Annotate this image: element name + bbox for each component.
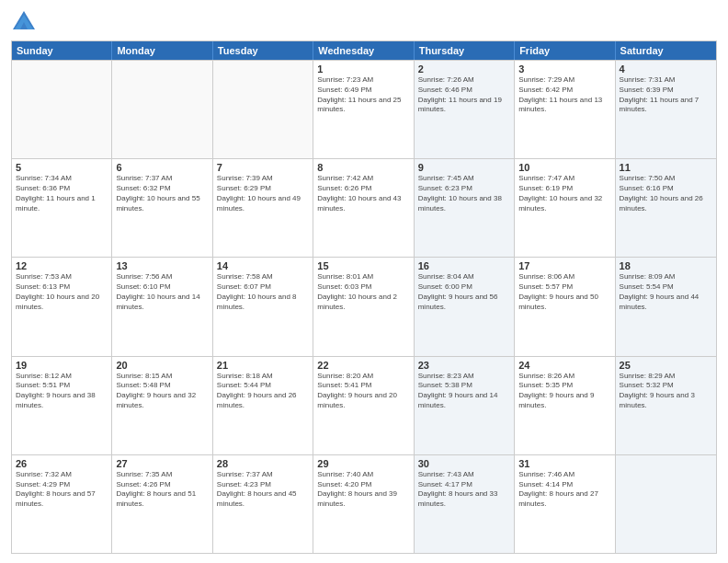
cell-text: Sunrise: 8:23 AM Sunset: 5:38 PM Dayligh…: [418, 372, 510, 411]
day-number: 26: [16, 458, 108, 469]
calendar-cell: 17Sunrise: 8:06 AM Sunset: 5:57 PM Dayli…: [515, 258, 615, 355]
cell-text: Sunrise: 7:29 AM Sunset: 6:42 PM Dayligh…: [518, 75, 610, 115]
day-number: 29: [317, 458, 409, 469]
calendar-cell: 4Sunrise: 7:31 AM Sunset: 6:39 PM Daylig…: [616, 61, 716, 158]
weekday-header: Monday: [112, 41, 212, 60]
cell-text: Sunrise: 7:45 AM Sunset: 6:23 PM Dayligh…: [418, 174, 510, 213]
calendar-cell: 12Sunrise: 7:53 AM Sunset: 6:13 PM Dayli…: [12, 258, 112, 355]
cell-text: Sunrise: 8:06 AM Sunset: 5:57 PM Dayligh…: [518, 272, 610, 312]
calendar: SundayMondayTuesdayWednesdayThursdayFrid…: [11, 40, 717, 554]
day-number: 12: [16, 260, 108, 271]
day-number: 18: [620, 260, 712, 271]
weekday-header: Saturday: [616, 41, 716, 60]
calendar-cell: 20Sunrise: 8:15 AM Sunset: 5:48 PM Dayli…: [112, 357, 212, 454]
day-number: 14: [217, 260, 309, 271]
weekday-header: Sunday: [12, 41, 112, 60]
weekday-header: Wednesday: [313, 41, 414, 60]
calendar-cell: 29Sunrise: 7:40 AM Sunset: 4:20 PM Dayli…: [313, 455, 414, 553]
cell-text: Sunrise: 7:32 AM Sunset: 4:29 PM Dayligh…: [16, 470, 108, 510]
cell-text: Sunrise: 7:50 AM Sunset: 6:16 PM Dayligh…: [620, 174, 712, 213]
calendar-cell: 3Sunrise: 7:29 AM Sunset: 6:42 PM Daylig…: [515, 61, 615, 158]
calendar-cell: 14Sunrise: 7:58 AM Sunset: 6:07 PM Dayli…: [213, 258, 313, 355]
day-number: 22: [317, 360, 409, 371]
cell-text: Sunrise: 7:37 AM Sunset: 6:32 PM Dayligh…: [116, 174, 208, 213]
calendar-cell: 10Sunrise: 7:47 AM Sunset: 6:19 PM Dayli…: [515, 159, 615, 257]
calendar-cell: 8Sunrise: 7:42 AM Sunset: 6:26 PM Daylig…: [313, 159, 414, 257]
page: SundayMondayTuesdayWednesdayThursdayFrid…: [0, 0, 728, 563]
cell-text: Sunrise: 7:26 AM Sunset: 6:46 PM Dayligh…: [418, 75, 510, 115]
calendar-cell: 18Sunrise: 8:09 AM Sunset: 5:54 PM Dayli…: [616, 258, 716, 355]
calendar-cell: 24Sunrise: 8:26 AM Sunset: 5:35 PM Dayli…: [515, 357, 615, 454]
calendar-cell: 15Sunrise: 8:01 AM Sunset: 6:03 PM Dayli…: [313, 258, 414, 355]
calendar-cell: 2Sunrise: 7:26 AM Sunset: 6:46 PM Daylig…: [415, 61, 515, 158]
cell-text: Sunrise: 8:09 AM Sunset: 5:54 PM Dayligh…: [620, 272, 712, 312]
calendar-cell: 30Sunrise: 7:43 AM Sunset: 4:17 PM Dayli…: [415, 455, 515, 553]
calendar-cell: 13Sunrise: 7:56 AM Sunset: 6:10 PM Dayli…: [112, 258, 212, 355]
day-number: 24: [518, 360, 610, 371]
calendar-cell: 31Sunrise: 7:46 AM Sunset: 4:14 PM Dayli…: [515, 455, 615, 553]
calendar-row: 12Sunrise: 7:53 AM Sunset: 6:13 PM Dayli…: [12, 257, 716, 355]
day-number: 11: [620, 162, 712, 173]
cell-text: Sunrise: 7:42 AM Sunset: 6:26 PM Dayligh…: [317, 174, 409, 213]
day-number: 13: [116, 260, 208, 271]
day-number: 8: [317, 162, 409, 173]
calendar-row: 26Sunrise: 7:32 AM Sunset: 4:29 PM Dayli…: [12, 454, 716, 553]
calendar-cell: 5Sunrise: 7:34 AM Sunset: 6:36 PM Daylig…: [12, 159, 112, 257]
cell-text: Sunrise: 8:26 AM Sunset: 5:35 PM Dayligh…: [518, 372, 610, 411]
cell-text: Sunrise: 7:43 AM Sunset: 4:17 PM Dayligh…: [418, 470, 510, 510]
calendar-cell: 1Sunrise: 7:23 AM Sunset: 6:49 PM Daylig…: [313, 61, 414, 158]
cell-text: Sunrise: 8:29 AM Sunset: 5:32 PM Dayligh…: [620, 372, 712, 411]
cell-text: Sunrise: 7:37 AM Sunset: 4:23 PM Dayligh…: [217, 470, 309, 510]
cell-text: Sunrise: 7:53 AM Sunset: 6:13 PM Dayligh…: [16, 272, 108, 312]
calendar-cell: 11Sunrise: 7:50 AM Sunset: 6:16 PM Dayli…: [616, 159, 716, 257]
cell-text: Sunrise: 7:46 AM Sunset: 4:14 PM Dayligh…: [518, 470, 610, 510]
weekday-header: Friday: [515, 41, 615, 60]
cell-text: Sunrise: 7:56 AM Sunset: 6:10 PM Dayligh…: [116, 272, 208, 312]
calendar-cell: 7Sunrise: 7:39 AM Sunset: 6:29 PM Daylig…: [213, 159, 313, 257]
calendar-cell: 6Sunrise: 7:37 AM Sunset: 6:32 PM Daylig…: [112, 159, 212, 257]
calendar-row: 1Sunrise: 7:23 AM Sunset: 6:49 PM Daylig…: [12, 60, 716, 158]
cell-text: Sunrise: 7:23 AM Sunset: 6:49 PM Dayligh…: [317, 75, 409, 115]
cell-text: Sunrise: 7:58 AM Sunset: 6:07 PM Dayligh…: [217, 272, 309, 312]
calendar-cell: [12, 61, 112, 158]
calendar-header: SundayMondayTuesdayWednesdayThursdayFrid…: [12, 41, 716, 60]
cell-text: Sunrise: 8:18 AM Sunset: 5:44 PM Dayligh…: [217, 372, 309, 411]
header: [11, 9, 717, 35]
day-number: 15: [317, 260, 409, 271]
cell-text: Sunrise: 8:01 AM Sunset: 6:03 PM Dayligh…: [317, 272, 409, 312]
calendar-cell: 28Sunrise: 7:37 AM Sunset: 4:23 PM Dayli…: [213, 455, 313, 553]
day-number: 27: [116, 458, 208, 469]
calendar-cell: 19Sunrise: 8:12 AM Sunset: 5:51 PM Dayli…: [12, 357, 112, 454]
cell-text: Sunrise: 7:47 AM Sunset: 6:19 PM Dayligh…: [518, 174, 610, 213]
weekday-header: Tuesday: [213, 41, 313, 60]
day-number: 23: [418, 360, 510, 371]
cell-text: Sunrise: 8:04 AM Sunset: 6:00 PM Dayligh…: [418, 272, 510, 312]
calendar-cell: 27Sunrise: 7:35 AM Sunset: 4:26 PM Dayli…: [112, 455, 212, 553]
calendar-cell: 26Sunrise: 7:32 AM Sunset: 4:29 PM Dayli…: [12, 455, 112, 553]
weekday-header: Thursday: [415, 41, 515, 60]
calendar-cell: 25Sunrise: 8:29 AM Sunset: 5:32 PM Dayli…: [616, 357, 716, 454]
day-number: 6: [116, 162, 208, 173]
logo-icon: [11, 9, 37, 35]
cell-text: Sunrise: 7:31 AM Sunset: 6:39 PM Dayligh…: [620, 75, 712, 115]
day-number: 17: [518, 260, 610, 271]
day-number: 28: [217, 458, 309, 469]
day-number: 5: [16, 162, 108, 173]
cell-text: Sunrise: 7:34 AM Sunset: 6:36 PM Dayligh…: [16, 174, 108, 213]
calendar-body: 1Sunrise: 7:23 AM Sunset: 6:49 PM Daylig…: [12, 60, 716, 553]
day-number: 25: [620, 360, 712, 371]
calendar-row: 19Sunrise: 8:12 AM Sunset: 5:51 PM Dayli…: [12, 356, 716, 454]
day-number: 2: [418, 63, 510, 75]
day-number: 7: [217, 162, 309, 173]
cell-text: Sunrise: 7:39 AM Sunset: 6:29 PM Dayligh…: [217, 174, 309, 213]
day-number: 4: [620, 63, 712, 75]
calendar-cell: [112, 61, 212, 158]
cell-text: Sunrise: 7:40 AM Sunset: 4:20 PM Dayligh…: [317, 470, 409, 510]
day-number: 16: [418, 260, 510, 271]
cell-text: Sunrise: 8:20 AM Sunset: 5:41 PM Dayligh…: [317, 372, 409, 411]
calendar-cell: 16Sunrise: 8:04 AM Sunset: 6:00 PM Dayli…: [415, 258, 515, 355]
day-number: 19: [16, 360, 108, 371]
calendar-cell: 21Sunrise: 8:18 AM Sunset: 5:44 PM Dayli…: [213, 357, 313, 454]
cell-text: Sunrise: 8:12 AM Sunset: 5:51 PM Dayligh…: [16, 372, 108, 411]
day-number: 20: [116, 360, 208, 371]
